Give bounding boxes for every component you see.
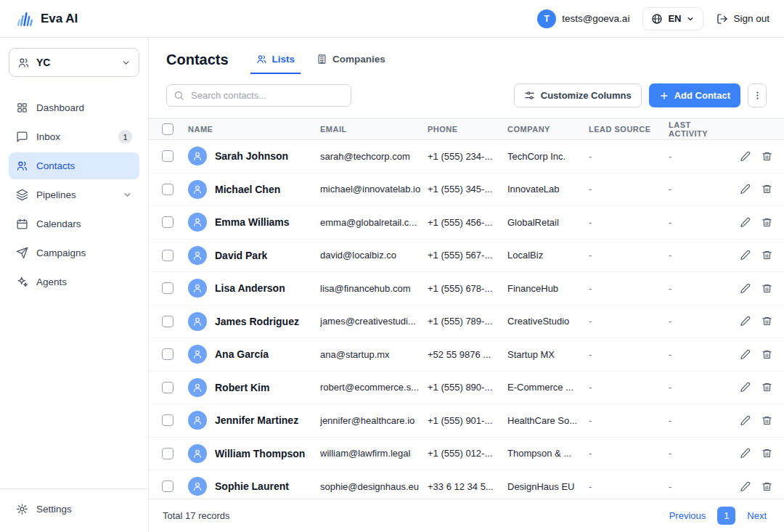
lead-source: -	[589, 382, 669, 393]
edit-button[interactable]	[740, 316, 751, 327]
more-options-button[interactable]	[748, 83, 767, 107]
last-activity: -	[669, 250, 727, 261]
row-checkbox[interactable]	[162, 316, 173, 327]
edit-button[interactable]	[740, 382, 751, 393]
tab-companies[interactable]: Companies	[311, 49, 391, 74]
contact-avatar	[188, 477, 207, 496]
row-checkbox[interactable]	[162, 250, 173, 261]
sidebar-item-agents[interactable]: Agents	[9, 269, 139, 295]
edit-button[interactable]	[740, 151, 751, 162]
total-records: Total 17 records	[163, 510, 230, 521]
column-header-company: COMPANY	[507, 125, 589, 134]
trash-icon	[761, 415, 772, 426]
next-page-button[interactable]: Next	[747, 510, 767, 521]
workspace-selector[interactable]: YC	[9, 48, 139, 77]
column-header-email: EMAIL	[320, 125, 428, 134]
delete-button[interactable]	[761, 349, 772, 360]
customize-columns-button[interactable]: Customize Columns	[514, 83, 642, 107]
lead-source: -	[589, 415, 669, 426]
tab-lists[interactable]: Lists	[250, 49, 301, 74]
language-selector[interactable]: EN	[642, 7, 703, 30]
sidebar-item-pipelines[interactable]: Pipelines	[9, 181, 139, 208]
sidebar-item-calendars[interactable]: Calendars	[9, 210, 139, 237]
sidebar-item-label: Inbox	[36, 131, 60, 142]
select-all-checkbox[interactable]	[162, 123, 173, 135]
previous-page-button[interactable]: Previous	[669, 510, 706, 521]
table-row: Ana García ana@startup.mx +52 55 9876 ..…	[149, 338, 784, 372]
row-checkbox[interactable]	[162, 282, 173, 294]
eva-ai-logo-icon	[15, 10, 34, 28]
edit-button[interactable]	[740, 481, 751, 492]
sidebar-item-settings[interactable]: Settings	[9, 496, 139, 523]
contact-name: Robert Kim	[215, 382, 269, 393]
contact-name: Lisa Anderson	[215, 282, 285, 294]
edit-button[interactable]	[740, 184, 751, 195]
column-header-last-activity: LAST ACTIVITY	[669, 120, 727, 138]
search-input[interactable]	[166, 84, 351, 107]
contact-name: Ana García	[215, 348, 269, 360]
kebab-icon	[752, 90, 763, 101]
edit-button[interactable]	[740, 250, 751, 261]
table-body: Sarah Johnson sarah@techcorp.com +1 (555…	[149, 140, 784, 499]
delete-button[interactable]	[761, 316, 772, 327]
row-checkbox[interactable]	[162, 448, 173, 459]
user-account[interactable]: T tests@goeva.ai	[537, 9, 629, 28]
delete-button[interactable]	[761, 250, 772, 261]
delete-button[interactable]	[761, 415, 772, 426]
trash-icon	[761, 217, 772, 228]
delete-button[interactable]	[761, 184, 772, 195]
row-checkbox[interactable]	[162, 480, 173, 492]
delete-button[interactable]	[761, 217, 772, 228]
delete-button[interactable]	[761, 283, 772, 294]
edit-button[interactable]	[740, 283, 751, 294]
row-checkbox[interactable]	[162, 216, 173, 228]
send-icon	[16, 247, 28, 259]
trash-icon	[761, 382, 772, 393]
contact-name: Michael Chen	[215, 184, 280, 195]
sidebar-item-campaigns[interactable]: Campaigns	[9, 240, 139, 266]
contact-name-cell: David Park	[188, 246, 320, 265]
sidebar-item-inbox[interactable]: Inbox 1	[9, 123, 139, 150]
pencil-icon	[740, 481, 751, 492]
sidebar-item-label: Settings	[36, 504, 72, 515]
delete-button[interactable]	[761, 481, 772, 492]
edit-button[interactable]	[740, 415, 751, 426]
edit-button[interactable]	[740, 217, 751, 228]
contact-name: Sarah Johnson	[215, 150, 288, 162]
brand: Eva AI	[15, 10, 78, 28]
row-checkbox[interactable]	[162, 382, 173, 393]
row-checkbox[interactable]	[162, 348, 173, 360]
sign-out-button[interactable]: Sign out	[716, 13, 769, 25]
delete-button[interactable]	[761, 448, 772, 459]
row-actions	[727, 283, 772, 294]
contact-name-cell: Sarah Johnson	[188, 147, 320, 165]
lead-source: -	[589, 448, 669, 459]
trash-icon	[761, 316, 772, 327]
row-checkbox[interactable]	[162, 150, 173, 162]
last-activity: -	[669, 184, 727, 195]
add-contact-label: Add Contact	[674, 90, 730, 101]
contact-avatar	[188, 345, 207, 364]
sidebar-item-label: Campaigns	[36, 247, 86, 258]
contact-name: Sophie Laurent	[215, 480, 289, 492]
contact-avatar	[188, 279, 207, 298]
contact-company: Startup MX	[507, 349, 589, 360]
sidebar-item-contacts[interactable]: Contacts	[9, 152, 139, 179]
sidebar-item-label: Calendars	[36, 218, 81, 229]
edit-button[interactable]	[740, 448, 751, 459]
row-checkbox[interactable]	[162, 414, 173, 426]
sidebar-item-dashboard[interactable]: Dashboard	[9, 94, 139, 121]
delete-button[interactable]	[761, 382, 772, 393]
sidebar-nav: Dashboard Inbox 1 Contacts	[9, 94, 139, 488]
add-contact-button[interactable]: Add Contact	[649, 83, 740, 107]
table-row: Sophie Laurent sophie@designhaus.eu +33 …	[149, 470, 784, 499]
user-avatar: T	[537, 9, 556, 28]
delete-button[interactable]	[761, 151, 772, 162]
pagination: Previous 1 Next	[669, 507, 767, 525]
page-number-button[interactable]: 1	[717, 507, 735, 525]
edit-button[interactable]	[740, 349, 751, 360]
sidebar-item-label: Dashboard	[36, 102, 84, 113]
layout: YC Dashboard	[0, 38, 784, 532]
sparkles-icon	[16, 276, 28, 288]
row-checkbox[interactable]	[162, 184, 173, 195]
